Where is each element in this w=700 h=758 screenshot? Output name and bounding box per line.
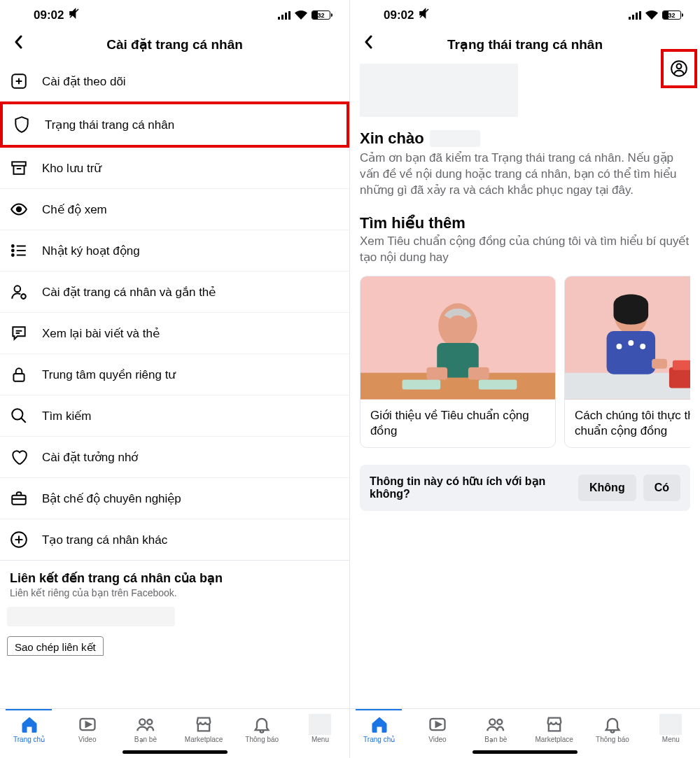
row-archive[interactable]: Kho lưu trữ — [0, 148, 349, 189]
svg-rect-12 — [13, 374, 24, 381]
row-privacy-center[interactable]: Trung tâm quyền riêng tư — [0, 354, 349, 395]
plus-circle-icon — [10, 531, 28, 549]
comment-icon — [10, 324, 28, 342]
nav-notifications[interactable]: Thông báo — [233, 710, 291, 746]
status-bar: 09:02 32 — [0, 0, 349, 27]
nav-marketplace[interactable]: Marketplace — [175, 710, 233, 746]
eye-icon — [10, 200, 28, 218]
feedback-yes-button[interactable]: Có — [643, 475, 680, 501]
store-icon — [194, 715, 214, 734]
mute-icon — [68, 7, 80, 23]
row-view-as[interactable]: Chế độ xem — [0, 189, 349, 230]
nav-menu[interactable]: Menu — [642, 710, 700, 746]
briefcase-icon — [10, 489, 28, 507]
svg-rect-22 — [639, 11, 641, 20]
back-button[interactable] — [358, 32, 379, 56]
page-title: Trạng thái trang cá nhân — [350, 36, 700, 52]
svg-rect-31 — [402, 379, 441, 389]
svg-rect-40 — [669, 367, 690, 388]
cover-placeholder — [360, 64, 518, 117]
row-label: Cài đặt trang cá nhân và gắn thẻ — [42, 285, 216, 300]
section-title: Liên kết đến trang cá nhân của bạn — [10, 570, 340, 586]
row-activity-log[interactable]: Nhật ký hoạt động — [0, 230, 349, 272]
copy-link-button[interactable]: Sao chép liên kết — [7, 636, 104, 656]
svg-rect-36 — [607, 331, 656, 374]
nav-video[interactable]: Video — [408, 710, 466, 746]
bell-icon — [252, 715, 272, 734]
home-indicator — [122, 750, 227, 754]
home-indicator — [472, 750, 578, 754]
bottom-nav: Trang chủ Video Bạn bè Marketplace Thông… — [0, 708, 349, 758]
svg-rect-0 — [278, 17, 280, 20]
card-caption: Cách chúng tôi thực thi Tiêu chuẩn cộng … — [565, 400, 690, 447]
profile-link-section: Liên kết đến trang cá nhân của bạn Liên … — [0, 561, 349, 601]
hello-heading: Xin chào — [360, 129, 424, 148]
settings-list: Cài đặt theo dõi Trạng thái trang cá nhâ… — [0, 61, 349, 560]
video-icon — [78, 715, 97, 734]
friends-icon — [136, 715, 155, 734]
svg-point-44 — [490, 719, 496, 724]
learn-more-cards: Giới thiệu về Tiêu chuẩn cộng đồng — [360, 276, 690, 448]
svg-point-10 — [15, 286, 21, 292]
svg-point-18 — [147, 720, 152, 724]
nav-marketplace[interactable]: Marketplace — [525, 710, 583, 746]
svg-rect-1 — [281, 15, 284, 20]
battery-icon: 32 — [662, 10, 683, 20]
wifi-icon — [295, 10, 307, 20]
feedback-question: Thông tin này có hữu ích với bạn không? — [370, 475, 571, 500]
row-search[interactable]: Tìm kiếm — [0, 395, 349, 437]
svg-rect-20 — [632, 15, 634, 20]
row-profile-tagging[interactable]: Cài đặt trang cá nhân và gắn thẻ — [0, 272, 349, 313]
cell-signal-icon — [629, 11, 641, 20]
svg-rect-42 — [652, 358, 667, 368]
row-label: Xem lại bài viết và thẻ — [42, 326, 160, 341]
archive-icon — [10, 159, 28, 177]
lock-icon — [10, 365, 28, 384]
card-community-standards[interactable]: Giới thiệu về Tiêu chuẩn cộng đồng — [360, 276, 556, 448]
battery-icon: 32 — [312, 10, 332, 20]
card-enforcement[interactable]: Cách chúng tôi thực thi Tiêu chuẩn cộng … — [564, 276, 690, 448]
home-icon — [20, 715, 39, 734]
svg-point-39 — [640, 344, 645, 349]
nav-friends[interactable]: Bạn bè — [467, 710, 525, 746]
row-profile-status[interactable]: Trạng thái trang cá nhân — [0, 101, 349, 148]
nav-notifications[interactable]: Thông báo — [583, 710, 641, 746]
svg-rect-14 — [12, 496, 26, 505]
section-subtitle: Liên kết riêng của bạn trên Facebook. — [10, 587, 340, 598]
svg-point-45 — [498, 720, 503, 724]
svg-rect-29 — [426, 367, 447, 379]
plus-square-icon — [10, 72, 28, 90]
nav-video[interactable]: Video — [58, 710, 116, 746]
menu-icon — [659, 715, 682, 734]
nav-menu[interactable]: Menu — [291, 710, 349, 746]
row-review-posts[interactable]: Xem lại bài viết và thẻ — [0, 313, 349, 354]
learn-more-sub: Xem Tiêu chuẩn cộng đồng của chúng tôi v… — [360, 234, 690, 266]
svg-point-6 — [17, 207, 22, 212]
row-label: Tìm kiếm — [42, 409, 91, 423]
svg-rect-30 — [468, 367, 489, 379]
nav-home[interactable]: Trang chủ — [350, 710, 408, 746]
nav-home[interactable]: Trang chủ — [0, 710, 58, 746]
svg-point-38 — [628, 340, 634, 346]
svg-rect-19 — [629, 17, 631, 20]
profile-icon-button[interactable] — [661, 49, 697, 88]
row-follow-settings[interactable]: Cài đặt theo dõi — [0, 61, 349, 102]
status-bar: 09:02 32 — [350, 0, 700, 27]
feedback-bar: Thông tin này có hữu ích với bạn không? … — [360, 465, 690, 511]
feedback-no-button[interactable]: Không — [578, 475, 636, 501]
hello-body: Cảm ơn bạn đã kiểm tra Trạng thái trang … — [360, 150, 690, 199]
shield-icon — [13, 115, 31, 134]
menu-icon — [309, 715, 331, 734]
learn-more-heading: Tìm hiểu thêm — [360, 214, 690, 232]
svg-rect-32 — [479, 379, 517, 389]
row-create-profile[interactable]: Tạo trang cá nhân khác — [0, 519, 349, 560]
svg-point-7 — [12, 245, 14, 247]
svg-rect-5 — [12, 162, 26, 165]
svg-rect-2 — [285, 13, 287, 20]
row-memorialization[interactable]: Cài đặt tưởng nhớ — [0, 437, 349, 478]
nav-friends[interactable]: Bạn bè — [116, 710, 174, 746]
cell-signal-icon — [278, 11, 290, 20]
back-button[interactable] — [8, 32, 29, 56]
row-professional-mode[interactable]: Bật chế độ chuyên nghiệp — [0, 478, 349, 519]
row-label: Bật chế độ chuyên nghiệp — [42, 491, 181, 506]
